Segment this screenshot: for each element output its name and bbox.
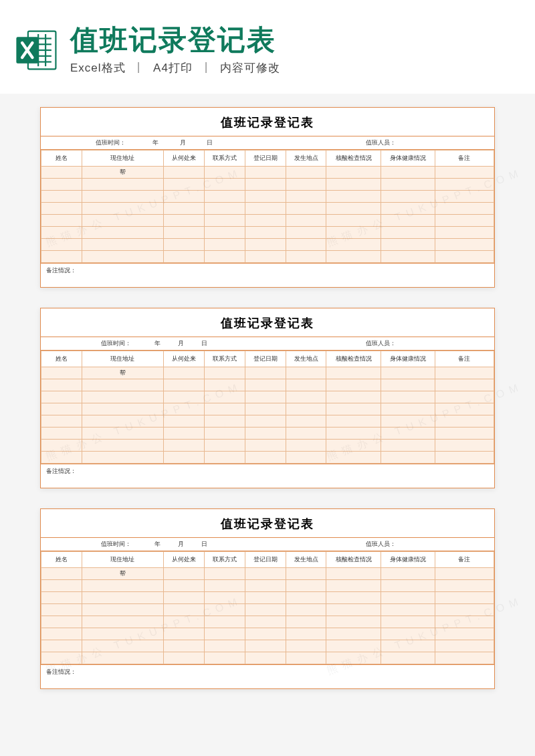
table-row: 帮 <box>41 167 494 179</box>
sheet-meta-row: 值班时间： 年 月 日 值班人员： <box>41 538 494 551</box>
duty-person-field: 值班人员： <box>268 339 494 348</box>
table-header-row: 姓名 现住地址 从何处来 联系方式 登记日期 发生地点 核酸检查情况 身体健康情… <box>41 151 494 167</box>
sheet-title: 值班记录登记表 <box>41 308 494 337</box>
col-remark: 备注 <box>435 151 494 167</box>
sheet-meta-row: 值班时间： 年 月 日 值班人员： <box>41 337 494 351</box>
divider: 丨 <box>133 62 145 74</box>
table-row <box>41 628 494 640</box>
header-text-block: 值班记录登记表 Excel格式 丨 A4打印 丨 内容可修改 <box>70 25 522 75</box>
col-reg-date: 登记日期 <box>245 151 286 167</box>
sub-editable: 内容可修改 <box>220 62 280 74</box>
table-row <box>41 592 494 604</box>
duty-table: 姓名现住地址从何处来联系方式登记日期发生地点核酸检查情况身体健康情况备注 帮 <box>41 351 494 464</box>
sheet-title: 值班记录登记表 <box>41 108 494 136</box>
table-header-row: 姓名现住地址从何处来联系方式登记日期发生地点核酸检查情况身体健康情况备注 <box>41 552 494 568</box>
table-row <box>41 239 494 251</box>
col-nat-test: 核酸检查情况 <box>326 151 381 167</box>
sub-print: A4打印 <box>153 62 193 74</box>
table-row <box>41 215 494 227</box>
sub-format: Excel格式 <box>70 62 126 74</box>
table-row <box>41 379 494 391</box>
col-address: 现住地址 <box>82 151 163 167</box>
duty-person-field: 值班人员： <box>268 138 494 147</box>
duty-sheet: 值班记录登记表 值班时间： 年 月 日 值班人员： 姓名 现住地址 <box>40 107 495 288</box>
table-row <box>41 440 494 452</box>
table-row <box>41 227 494 239</box>
table-row <box>41 604 494 616</box>
duty-person-field: 值班人员： <box>268 540 494 549</box>
excel-file-icon <box>13 27 60 74</box>
table-row <box>41 415 494 428</box>
table-row: 帮 <box>41 568 494 580</box>
col-place: 发生地点 <box>286 151 326 167</box>
sheet-meta-row: 值班时间： 年 月 日 值班人员： <box>41 136 494 150</box>
duty-time-field: 值班时间： 年 月 日 <box>41 540 268 549</box>
template-preview-area: 值班记录登记表 值班时间： 年 月 日 值班人员： 姓名 现住地址 <box>0 94 535 736</box>
remarks-field: 备注情况： <box>41 263 494 287</box>
table-row <box>41 616 494 628</box>
table-row <box>41 640 494 652</box>
table-header-row: 姓名现住地址从何处来联系方式登记日期发生地点核酸检查情况身体健康情况备注 <box>41 351 494 367</box>
page-subtitle: Excel格式 丨 A4打印 丨 内容可修改 <box>70 60 522 76</box>
table-row <box>41 391 494 403</box>
table-row <box>41 652 494 664</box>
col-contact: 联系方式 <box>204 151 245 167</box>
col-name: 姓名 <box>41 151 82 167</box>
col-health: 身体健康情况 <box>381 151 435 167</box>
table-row <box>41 452 494 464</box>
duty-sheet: 值班记录登记表 值班时间： 年 月 日 值班人员： 姓名现住地址从何处来联系方式… <box>40 508 495 689</box>
remarks-field: 备注情况： <box>41 464 494 488</box>
table-row <box>41 191 494 203</box>
duty-table: 姓名现住地址从何处来联系方式登记日期发生地点核酸检查情况身体健康情况备注 帮 <box>41 551 494 664</box>
table-row <box>41 580 494 592</box>
page-main-title: 值班记录登记表 <box>70 25 522 56</box>
table-row: 帮 <box>41 367 494 379</box>
duty-time-field: 值班时间： 年 月 日 <box>41 138 268 147</box>
duty-time-field: 值班时间： 年 月 日 <box>41 339 268 348</box>
table-row <box>41 203 494 215</box>
sheet-title: 值班记录登记表 <box>41 509 494 538</box>
template-header: 值班记录登记表 Excel格式 丨 A4打印 丨 内容可修改 <box>0 0 535 94</box>
duty-table: 姓名 现住地址 从何处来 联系方式 登记日期 发生地点 核酸检查情况 身体健康情… <box>41 150 494 263</box>
table-row <box>41 179 494 191</box>
divider: 丨 <box>201 62 213 74</box>
duty-sheet: 值班记录登记表 值班时间： 年 月 日 值班人员： 姓名现住地址从何处来联系方式… <box>40 308 495 488</box>
sample-cell: 帮 <box>82 167 163 179</box>
col-from: 从何处来 <box>163 151 204 167</box>
table-row <box>41 403 494 415</box>
table-row <box>41 428 494 440</box>
table-row <box>41 251 494 263</box>
remarks-field: 备注情况： <box>41 664 494 688</box>
